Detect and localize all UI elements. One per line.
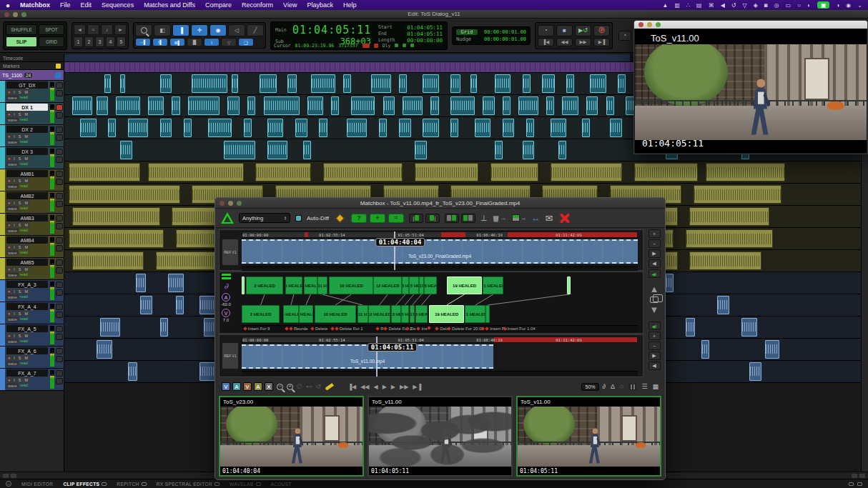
solo-button[interactable]: S [17,134,23,139]
branch-icon[interactable]: ⊷ [306,383,312,390]
reverse-ref-button[interactable]: ◀ [648,259,661,268]
edit-window-titlebar[interactable]: Edit: ToS Dialog_v11 [0,10,868,19]
tab-transient-button[interactable]: →▌ [135,38,151,46]
counter-display[interactable]: Main 01:04:05:11 Sub 368+03 Start01:04:0… [270,21,448,50]
automation-mode[interactable]: read [19,383,29,388]
partial-icon[interactable]: ∂ [603,383,606,390]
diff-marker[interactable]: Ins [417,327,427,331]
audio-clip[interactable] [546,96,554,115]
cloud-icon[interactable]: ▽ [743,2,747,9]
track-name[interactable]: FX_A_4 [6,303,48,310]
menu-item-reconform[interactable]: Reconform [242,1,273,9]
audio-clip[interactable] [430,96,438,115]
audio-clip[interactable] [694,185,781,204]
solo-button[interactable]: S [17,89,23,94]
grid-toggle-icon[interactable] [3,474,9,478]
audio-clip[interactable] [148,163,244,181]
mode-chip-v0[interactable]: V [222,382,230,391]
input-monitor-button[interactable]: I [12,244,16,249]
stop-button[interactable]: ■ [556,25,573,36]
rtz-button[interactable]: ▐◀ [538,38,554,46]
audio-clip[interactable] [267,141,287,159]
audio-clip[interactable] [701,340,709,359]
healed-block[interactable] [567,277,571,294]
stack-apply-button[interactable]: → [512,214,527,221]
audio-clip[interactable] [590,74,606,93]
match-query-button[interactable]: ? [351,214,367,223]
mute-button[interactable]: M [24,200,30,205]
audio-clip[interactable] [450,74,460,93]
audio-clip[interactable] [148,96,164,115]
audio-clip[interactable] [558,141,566,159]
target-icon[interactable]: ◎ [774,2,779,9]
record-enable-button[interactable]: ● [6,333,11,338]
audio-clip[interactable] [244,119,252,137]
audio-clip[interactable] [260,74,277,93]
audio-clip[interactable] [526,119,534,137]
automation-mode[interactable]: read [19,228,29,233]
audio-clip[interactable] [717,296,729,314]
audio-clip[interactable] [192,74,227,93]
close-icon[interactable] [220,201,225,206]
track-header-fx-a-4[interactable]: FX_A_4●ISMwaveread [0,302,64,324]
menu-item-matches-and-diffs[interactable]: Matches and Diffs [144,1,195,9]
chevron-down-icon[interactable]: ⌄ [857,2,862,9]
audio-clip[interactable] [371,74,391,93]
healed-block[interactable]: 17 [419,277,424,294]
delta-icon[interactable]: ∂ [224,282,228,291]
mute-button[interactable]: M [24,222,30,227]
audio-clip[interactable] [323,163,403,181]
solo-button[interactable]: S [17,333,23,338]
menu-item-view[interactable]: View [283,1,297,9]
audio-clip[interactable] [128,119,148,137]
main-counter-value[interactable]: 01:04:05:11 [292,24,371,36]
record-enable-button[interactable]: ● [6,89,11,94]
dock-item-midi-editor[interactable]: MIDI EDITOR [21,482,53,487]
track-header-fx-a-3[interactable]: FX_A_3●ISMwaveread [0,280,64,302]
minimize-icon[interactable] [647,22,652,27]
automation-mode[interactable]: read [19,117,29,122]
track-view-selector[interactable]: wave [6,161,19,166]
audio-clip[interactable] [140,296,152,314]
menu-item-edit[interactable]: Edit [81,1,92,9]
track-name[interactable]: DX 3 [6,148,48,155]
mute-button[interactable]: M [24,156,30,161]
solo-button[interactable]: S [17,289,23,294]
edit-mode-shuffle[interactable]: SHUFFLE [6,24,37,35]
play-wip-button[interactable]: ▶ [648,352,661,360]
audio-clip[interactable] [331,96,339,115]
diff-marker[interactable]: Reorde [285,327,308,331]
healed-block[interactable]: 18 HEAL [424,277,437,294]
automation-mode[interactable]: read [19,361,29,366]
track-name[interactable]: TS_1100 [2,73,22,78]
mute-button[interactable]: M [24,377,30,382]
mute-button[interactable]: M [24,89,30,94]
diff-marker[interactable]: R [376,327,383,331]
solo-button[interactable]: S [17,355,23,360]
matchbox-titlebar[interactable]: Matchbox - ToS_v11.00.mp4_fr_ToS_v23.00_… [215,198,665,209]
reference-timeline-section[interactable]: REF V1 01:00:00:0001:02:55:1401:05:51:04… [219,229,643,271]
healed-block[interactable]: 11 H [317,277,327,294]
nudge-label[interactable]: Nudge [456,36,478,42]
keyboard-icon[interactable]: ⌘ [709,2,714,9]
track-name[interactable]: AMB3 [6,214,48,221]
track-view-selector[interactable]: wave [6,95,19,100]
healed-block[interactable]: 21 HEALED [483,277,503,294]
track-header-fx-a-5[interactable]: FX_A_5●ISMwaveread [0,324,64,347]
display-icon[interactable]: ▥ [674,2,680,9]
audio-clip[interactable] [686,318,695,337]
mode-chip-v2[interactable]: V [243,382,252,391]
match-add-button[interactable]: + [370,214,385,223]
audio-clip[interactable] [495,74,511,93]
grid-label[interactable]: Grid [456,29,478,35]
video-track-clip[interactable]: ToS_v23.00_FinalGraded.mp4 [242,239,638,264]
input-monitor-button[interactable]: I [12,289,16,294]
loop-icon[interactable]: ↺ [316,383,322,390]
healed-block[interactable]: 6 HEALE [285,277,302,294]
healed-block[interactable] [242,277,245,294]
input-monitor-button[interactable]: I [12,222,16,227]
diff-marker[interactable]: Insert For 1:04 [503,327,536,331]
track-view-selector[interactable]: wave [6,383,19,388]
prev-fast-button[interactable]: ◀◀ [360,384,369,390]
audio-clip[interactable] [689,207,769,226]
